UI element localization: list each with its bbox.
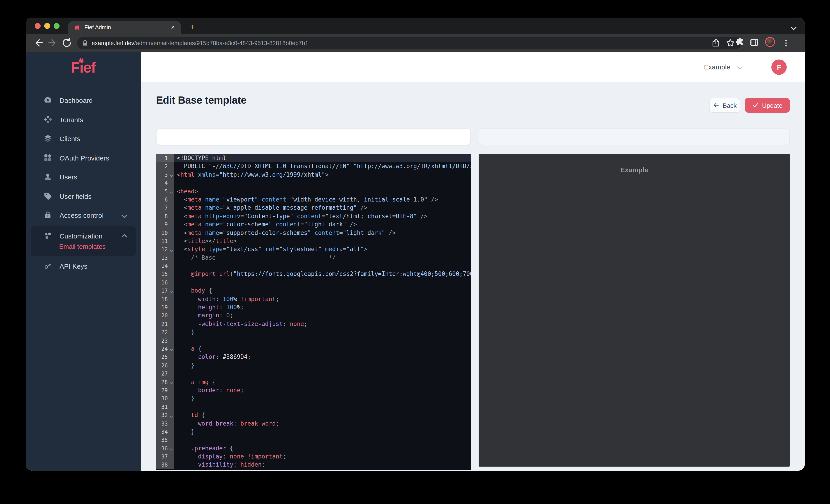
- code-line[interactable]: 37 display: none !important;: [156, 452, 471, 461]
- sidebar-item-clients[interactable]: Clients: [31, 131, 136, 146]
- code-line[interactable]: 26 }: [156, 362, 471, 370]
- sidebar-item-tenants[interactable]: Tenants: [31, 112, 136, 127]
- code-text: /* Base ------------------------------ *…: [174, 254, 471, 262]
- back-button[interactable]: Back: [709, 98, 740, 113]
- code-line[interactable]: 22 }: [156, 328, 471, 337]
- fold-chevron-icon[interactable]: [170, 289, 173, 293]
- sidebar-item-user-fields[interactable]: User fields: [31, 189, 136, 204]
- sidebar-item-oauth-providers[interactable]: OAuth Providers: [31, 150, 136, 165]
- code-line[interactable]: 11 <title></title>: [156, 237, 471, 245]
- code-line[interactable]: 13 /* Base -----------------------------…: [156, 254, 471, 262]
- sidebar-item-api-keys[interactable]: API Keys: [31, 258, 136, 274]
- extensions-puzzle-icon[interactable]: [735, 37, 746, 48]
- check-icon: [752, 102, 759, 109]
- code-text: color: #3869D4;: [174, 353, 471, 362]
- code-line[interactable]: 19 height: 100%;: [156, 303, 471, 312]
- code-line[interactable]: 25 color: #3869D4;: [156, 353, 471, 362]
- fold-chevron-icon[interactable]: [170, 414, 173, 417]
- preview-context-input[interactable]: [479, 129, 790, 145]
- code-line[interactable]: 8 <meta http-equiv="Content-Type" conten…: [156, 212, 471, 221]
- code-line[interactable]: 38 visibility: hidden;: [156, 461, 471, 469]
- code-line[interactable]: 9 <meta name="color-scheme" content="lig…: [156, 221, 471, 229]
- code-line[interactable]: 33 word-break: break-word;: [156, 419, 471, 428]
- user-avatar[interactable]: F: [771, 60, 787, 75]
- fief-logo[interactable]: Fief: [26, 59, 141, 76]
- code-line[interactable]: 21 -webkit-text-size-adjust: none;: [156, 320, 471, 328]
- tab-close-icon[interactable]: ×: [169, 24, 177, 31]
- code-line[interactable]: 30 }: [156, 395, 471, 403]
- traffic-light-minimize[interactable]: [44, 23, 50, 29]
- code-line[interactable]: 17 body {: [156, 287, 471, 295]
- browser-menu-icon[interactable]: [780, 37, 791, 48]
- line-number: 37: [156, 452, 174, 461]
- code-line[interactable]: 23: [156, 337, 471, 345]
- code-text: <title></title>: [174, 237, 471, 245]
- line-number: 36: [156, 444, 174, 452]
- code-line[interactable]: 32 td {: [156, 411, 471, 419]
- code-line[interactable]: 29 border: none;: [156, 387, 471, 395]
- fold-chevron-icon[interactable]: [170, 248, 173, 251]
- sidebar-subitem-email-templates[interactable]: Email templates: [59, 243, 105, 250]
- gauge-icon: [43, 96, 52, 105]
- template-subject-input[interactable]: [156, 129, 471, 145]
- sidebar-item-access-control[interactable]: Access control: [31, 207, 136, 223]
- line-number: 18: [156, 295, 174, 303]
- fold-chevron-icon[interactable]: [170, 347, 173, 351]
- workspace-selector[interactable]: Example: [704, 63, 730, 71]
- code-line[interactable]: 3<html xmlns="http://www.w3.org/1999/xht…: [156, 171, 471, 179]
- code-line[interactable]: 14: [156, 262, 471, 270]
- lock-icon: [83, 40, 88, 46]
- code-line[interactable]: 1<!DOCTYPE html: [156, 154, 471, 163]
- code-line[interactable]: 18 width: 100% !important;: [156, 295, 471, 303]
- code-line[interactable]: 36 .preheader {: [156, 444, 471, 452]
- share-icon[interactable]: [711, 38, 722, 48]
- code-line[interactable]: 12 <style type="text/css" rel="styleshee…: [156, 245, 471, 254]
- code-line[interactable]: 20 margin: 0;: [156, 312, 471, 320]
- browser-profile-avatar[interactable]: [765, 37, 775, 47]
- code-line[interactable]: 7 <meta name="x-apple-disable-message-re…: [156, 204, 471, 212]
- code-line[interactable]: 15 @import url("https://fonts.googleapis…: [156, 270, 471, 279]
- sidebar-item-dashboard[interactable]: Dashboard: [31, 92, 136, 108]
- browser-tab[interactable]: Fief Admin ×: [68, 21, 181, 34]
- code-line[interactable]: 16: [156, 279, 471, 287]
- reload-icon[interactable]: [61, 37, 72, 48]
- code-text: margin: 0;: [174, 312, 471, 320]
- code-line[interactable]: 27: [156, 370, 471, 378]
- line-number: 8: [156, 212, 174, 221]
- sidebar-item-users[interactable]: Users: [31, 169, 136, 184]
- fold-chevron-icon[interactable]: [170, 447, 173, 450]
- code-line[interactable]: 34 }: [156, 428, 471, 436]
- code-line[interactable]: 24 a {: [156, 345, 471, 353]
- code-editor[interactable]: 1<!DOCTYPE html2 PUBLIC "-//W3C//DTD XHT…: [156, 154, 471, 470]
- traffic-light-close[interactable]: [35, 23, 41, 29]
- code-line[interactable]: 4: [156, 179, 471, 187]
- back-nav-icon[interactable]: [33, 37, 44, 48]
- bookmark-star-icon[interactable]: [725, 38, 736, 48]
- code-line[interactable]: 6 <meta name="viewport" content="width=d…: [156, 196, 471, 204]
- fold-chevron-icon[interactable]: [170, 190, 173, 193]
- side-panel-icon[interactable]: [749, 37, 760, 48]
- code-line[interactable]: 5<head>: [156, 187, 471, 196]
- traffic-light-zoom[interactable]: [54, 23, 60, 29]
- tab-search-chevron-icon[interactable]: [792, 23, 796, 31]
- url-bar[interactable]: example.fief.dev/admin/email-templates/9…: [77, 37, 742, 49]
- code-line[interactable]: 2 PUBLIC "-//W3C//DTD XHTML 1.0 Transiti…: [156, 163, 471, 171]
- code-line[interactable]: 35: [156, 436, 471, 444]
- sidebar-item-customization[interactable]: Customization: [31, 228, 136, 243]
- code-line[interactable]: 10 <meta name="supported-color-schemes" …: [156, 229, 471, 237]
- line-number: 23: [156, 337, 174, 345]
- code-line[interactable]: 28 a img {: [156, 378, 471, 387]
- code-text: [174, 403, 471, 411]
- update-button[interactable]: Update: [745, 98, 790, 113]
- app-header: Example F: [141, 52, 805, 82]
- fold-chevron-icon[interactable]: [170, 173, 173, 177]
- forward-nav-icon[interactable]: [47, 37, 58, 48]
- line-number: 11: [156, 237, 174, 245]
- code-text: width: 100% !important;: [174, 295, 471, 303]
- code-line[interactable]: 31: [156, 403, 471, 411]
- line-number: 16: [156, 279, 174, 287]
- workspace-chevron-icon[interactable]: [737, 64, 742, 69]
- new-tab-button[interactable]: +: [186, 21, 198, 33]
- line-number: 7: [156, 204, 174, 212]
- fold-chevron-icon[interactable]: [170, 380, 173, 384]
